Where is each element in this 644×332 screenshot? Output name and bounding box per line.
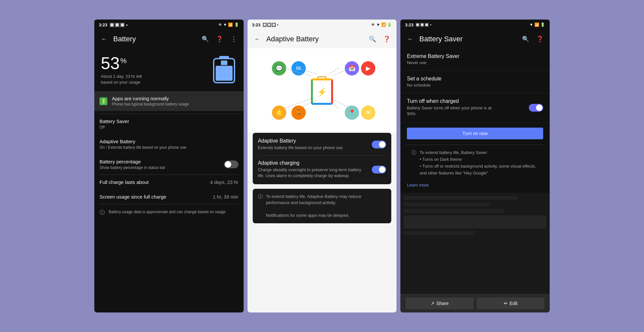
turn-off-charged-toggle[interactable] (529, 104, 543, 112)
share-button[interactable]: ↗ Share (406, 297, 473, 309)
battery-percentage-toggle[interactable] (224, 160, 238, 168)
middle-search-icon[interactable]: 🔍 (367, 34, 378, 44)
left-status-bar: 3:23 🔲🔲🔲 • 👁 ▼ 📶 🔋 (94, 20, 244, 30)
svg-line-11 (285, 68, 311, 76)
left-screen: 3:23 🔲🔲🔲 • 👁 ▼ 📶 🔋 ← Battery 🔍 ❓ ⋮ 53% A (94, 20, 244, 312)
middle-info-icon: ⓘ (258, 194, 263, 200)
left-title: Battery (113, 35, 196, 43)
middle-status-bar: 3:23 🔲🔲🔲 • 👁 ▼ 📶 🔋 (248, 20, 397, 30)
right-search-icon[interactable]: 🔍 (520, 34, 531, 44)
battery-info-row: ⓘ Battery usage data is approximate and … (94, 204, 244, 221)
battery-saver-item[interactable]: Battery Saver Off (94, 114, 244, 134)
adaptive-battery-toggle[interactable] (372, 141, 386, 148)
middle-title: Adaptive Battery (266, 35, 364, 43)
battery-percentage-item[interactable]: Battery percentage Show battery percenta… (94, 154, 244, 174)
center-battery-svg: ⚡ (311, 76, 333, 105)
adaptive-battery-item[interactable]: Adaptive Battery On / Extends battery li… (94, 134, 244, 154)
left-status-time: 3:23 🔲🔲🔲 • (99, 22, 127, 27)
svg-line-18 (332, 99, 350, 108)
svg-rect-2 (216, 66, 233, 81)
right-screen: 3:23 🔲🔲🔲 • ▼ 📶 🔋 ← Battery Saver 🔍 ❓ Ext… (400, 20, 550, 312)
right-status-bar: 3:23 🔲🔲🔲 • ▼ 📶 🔋 (400, 20, 550, 30)
middle-toolbar: ← Adaptive Battery 🔍 ❓ (248, 30, 397, 48)
right-help-icon[interactable]: ❓ (535, 34, 545, 44)
app-status-item[interactable]: 🔋 Apps are running normally Phone has ty… (94, 91, 244, 111)
svg-line-15 (285, 99, 311, 108)
search-icon[interactable]: 🔍 (200, 34, 210, 44)
svg-line-13 (329, 68, 339, 74)
svg-rect-3 (221, 61, 227, 65)
adaptive-charging-toggle[interactable] (372, 166, 386, 173)
battery-icon (211, 55, 237, 84)
screen-usage-row: Screen usage since full charge 1 hr, 39 … (94, 189, 244, 204)
middle-help-icon[interactable]: ❓ (382, 34, 392, 44)
adaptive-illustration: ⚡ 💬 ✉ 📅 ▶ 🌟 🏃 📍 ✉ (248, 48, 397, 133)
edit-button[interactable]: ✏ Edit (477, 297, 544, 309)
preview-area (400, 193, 550, 294)
battery-display: 53% About 1 day, 23 hr leftbased on your… (94, 48, 244, 89)
svg-text:⚡: ⚡ (317, 87, 327, 97)
more-icon[interactable]: ⋮ (229, 34, 239, 44)
info-icon: ⓘ (100, 209, 105, 216)
learn-more-link[interactable]: Learn more (400, 181, 550, 193)
full-charge-row: Full charge lasts about 4 days, 23 hr (94, 175, 244, 189)
right-toolbar: ← Battery Saver 🔍 ❓ (400, 30, 550, 48)
turn-off-charged-item[interactable]: Turn off when charged Battery Saver turn… (400, 93, 550, 122)
status-dot: 🔋 (100, 97, 107, 105)
left-toolbar: ← Battery 🔍 ❓ ⋮ (94, 30, 244, 48)
bottom-actions: ↗ Share ✏ Edit (400, 294, 550, 312)
right-info-box: ⓘ To extend battery life, Battery Saver:… (407, 145, 543, 181)
middle-back-button[interactable]: ← (252, 34, 262, 44)
middle-screen: 3:23 🔲🔲🔲 • 👁 ▼ 📶 🔋 ← Adaptive Battery 🔍 … (248, 20, 397, 312)
svg-line-12 (298, 68, 317, 74)
right-back-button[interactable]: ← (405, 34, 415, 44)
adaptive-battery-card: Adaptive Battery Extends battery life ba… (253, 133, 392, 184)
set-schedule-item[interactable]: Set a schedule No schedule (400, 71, 550, 93)
help-icon[interactable]: ❓ (214, 34, 225, 44)
right-title: Battery Saver (419, 35, 517, 43)
card-divider (258, 155, 386, 156)
turn-on-now-button[interactable]: Turn on now (407, 128, 543, 139)
screens-container: 3:23 🔲🔲🔲 • 👁 ▼ 📶 🔋 ← Battery 🔍 ❓ ⋮ 53% A (94, 20, 550, 312)
illustration-area: ⚡ 💬 ✉ 📅 ▶ 🌟 🏃 📍 ✉ (254, 58, 390, 123)
back-button[interactable]: ← (99, 34, 109, 44)
svg-line-14 (332, 68, 350, 76)
middle-info-box: ⓘ To extend battery life, Adaptive Batte… (253, 189, 392, 223)
extreme-battery-saver-item[interactable]: Extreme Battery Saver Never use (400, 48, 550, 71)
right-info-icon: ⓘ (411, 150, 416, 156)
